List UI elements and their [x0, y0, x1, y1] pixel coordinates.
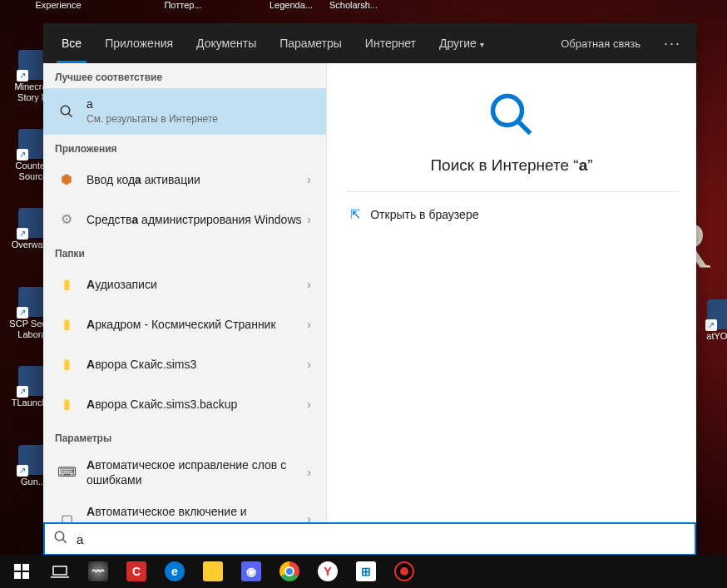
svg-rect-9: [22, 572, 29, 579]
chevron-right-icon: ›: [304, 358, 314, 371]
taskbar: 〰 C e ◉ Y ⊞: [0, 555, 727, 588]
desktop-icon-label: Legenda...: [266, 0, 316, 11]
folder-result[interactable]: ▮Аркадром - Космический Странник›: [43, 304, 326, 344]
desktop-icon-label: atYOcT: [697, 331, 727, 342]
result-icon: ▮: [55, 356, 78, 372]
chevron-right-icon: ›: [304, 512, 314, 522]
open-browser-icon: ⇱: [350, 207, 370, 222]
tab-apps[interactable]: Приложения: [93, 23, 185, 63]
chevron-down-icon: ▾: [480, 40, 484, 49]
desktop-icon[interactable]: atYOcT: [697, 299, 727, 342]
feedback-link[interactable]: Обратная связь: [552, 37, 649, 50]
open-in-browser-action[interactable]: ⇱ Открыть в браузере: [345, 199, 678, 230]
taskbar-app-explorer[interactable]: [195, 555, 231, 588]
result-title: Аудиозаписи: [78, 277, 304, 292]
result-icon: ▮: [55, 316, 78, 332]
tab-documents[interactable]: Документы: [185, 23, 268, 63]
taskview-button[interactable]: [42, 555, 78, 588]
taskbar-app-edge[interactable]: e: [156, 555, 193, 588]
result-icon: ▮: [55, 276, 78, 292]
folder-result[interactable]: ▮Аврора Скайс.sims3.backup›: [43, 384, 326, 424]
svg-point-4: [55, 531, 64, 541]
tab-more[interactable]: Другие▾: [428, 23, 496, 63]
open-in-browser-label: Открыть в браузере: [370, 208, 478, 221]
best-match-title: a: [87, 96, 314, 111]
windows-search-panel: Все Приложения Документы Параметры Интер…: [43, 23, 696, 556]
svg-point-0: [61, 106, 70, 115]
tab-all[interactable]: Все: [50, 23, 93, 63]
result-title: Автоматическое включение и выключение ре…: [78, 504, 304, 522]
svg-line-3: [518, 121, 531, 134]
results-list: Лучшее соответствие a См. результаты в И…: [43, 63, 326, 522]
result-icon: ▢: [55, 511, 78, 522]
svg-rect-10: [53, 566, 67, 575]
result-title: Аврора Скайс.sims3: [78, 357, 304, 372]
group-best-match: Лучшее соответствие: [43, 63, 326, 88]
result-icon: ▮: [55, 396, 78, 412]
search-input[interactable]: [77, 532, 686, 546]
taskbar-app-cc[interactable]: C: [118, 555, 155, 588]
app-result[interactable]: ⬢Ввод кода активации›: [43, 160, 326, 200]
folder-result[interactable]: ▮Аврора Скайс.sims3›: [43, 344, 326, 384]
more-options-button[interactable]: ···: [655, 35, 690, 52]
chevron-right-icon: ›: [304, 173, 314, 186]
desktop-icon[interactable]: Поттер...: [158, 0, 208, 11]
start-button[interactable]: [3, 555, 40, 588]
taskbar-app-chrome[interactable]: [271, 555, 308, 588]
result-icon: ⌨: [55, 464, 78, 480]
app-icon: [707, 299, 727, 329]
best-match-subtitle: См. результаты в Интернете: [87, 113, 314, 126]
tab-more-label: Другие: [439, 37, 477, 50]
preview-title: Поиск в Интернете “a”: [430, 156, 592, 175]
svg-line-5: [62, 539, 67, 543]
taskbar-app-yandex[interactable]: Y: [309, 555, 346, 588]
chevron-right-icon: ›: [304, 213, 314, 226]
taskbar-app-discord[interactable]: ◉: [233, 555, 270, 588]
svg-rect-7: [22, 564, 29, 571]
desktop-icon[interactable]: Scholarsh...: [329, 0, 378, 11]
chevron-right-icon: ›: [304, 278, 314, 291]
setting-result[interactable]: ▢Автоматическое включение и выключение р…: [43, 496, 326, 522]
taskbar-app-recorder[interactable]: [386, 555, 423, 588]
best-match-result[interactable]: a См. результаты в Интернете: [43, 88, 326, 135]
tab-web[interactable]: Интернет: [354, 23, 428, 63]
result-icon: ⬢: [55, 171, 78, 187]
svg-point-2: [493, 96, 522, 126]
search-icon: [53, 530, 68, 548]
search-tabs-header: Все Приложения Документы Параметры Интер…: [43, 23, 696, 63]
chevron-right-icon: ›: [304, 466, 314, 479]
desktop-icon[interactable]: Legenda...: [266, 0, 316, 11]
preview-separator: [345, 191, 678, 192]
desktop-icon[interactable]: Experience: [33, 0, 83, 11]
tab-settings[interactable]: Параметры: [268, 23, 354, 63]
taskbar-app-store[interactable]: ⊞: [348, 555, 384, 588]
result-title: Аврора Скайс.sims3.backup: [78, 397, 304, 412]
group-apps: Приложения: [43, 135, 326, 160]
group-folders: Папки: [43, 240, 326, 264]
taskbar-app-sound[interactable]: 〰: [80, 555, 116, 588]
result-title: Средства администрирования Windows: [78, 212, 304, 227]
search-input-box[interactable]: [43, 522, 696, 556]
preview-search-icon: [485, 88, 538, 141]
setting-result[interactable]: ⌨Автоматическое исправление слов с ошибк…: [43, 449, 326, 496]
desktop-icon-label: Experience: [33, 0, 83, 11]
result-icon: ⚙: [55, 211, 78, 227]
app-result[interactable]: ⚙Средства администрирования Windows›: [43, 200, 326, 240]
preview-pane: Поиск в Интернете “a” ⇱ Открыть в браузе…: [326, 63, 696, 522]
result-title: Аркадром - Космический Странник: [78, 317, 304, 332]
chevron-right-icon: ›: [304, 318, 314, 331]
desktop-icon-label: Scholarsh...: [329, 0, 378, 11]
svg-line-1: [68, 113, 72, 117]
group-settings: Параметры: [43, 424, 326, 449]
search-icon: [55, 104, 78, 119]
result-title: Ввод кода активации: [78, 172, 304, 187]
desktop-icon-label: Поттер...: [158, 0, 208, 11]
chevron-right-icon: ›: [304, 398, 314, 411]
svg-rect-6: [14, 564, 21, 571]
result-title: Автоматическое исправление слов с ошибка…: [78, 457, 304, 487]
folder-result[interactable]: ▮Аудиозаписи›: [43, 264, 326, 304]
svg-rect-8: [14, 572, 21, 579]
